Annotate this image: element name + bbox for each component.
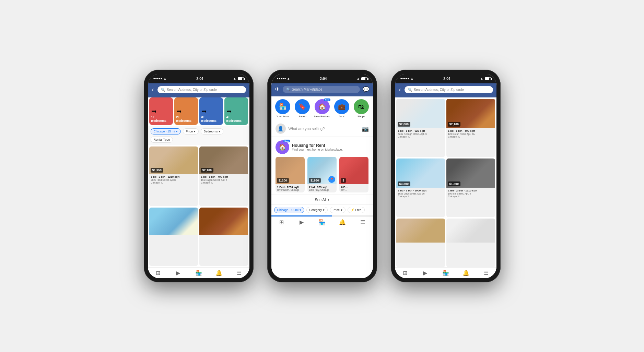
right-price-4: $1,800 <box>448 181 461 186</box>
right-listing-3[interactable]: $3,800 1 bd · 1 bth · 1000 sqft 1628 Lie… <box>396 159 445 217</box>
nav-saved[interactable]: 🔖 Saved <box>294 99 311 118</box>
nav-shops[interactable]: 🛍 Shops <box>353 99 369 118</box>
bedroom-card-4[interactable]: 🛏 4+Bedrooms <box>224 97 248 125</box>
right-img-2: $2,100 <box>446 99 495 128</box>
search-bar-right: ‹ 🔍 <box>395 83 496 97</box>
bedroom-card-2[interactable]: 🛏 2+Bedrooms <box>174 97 198 125</box>
housing-listing-loc-2: Little Italy, Chicago <box>309 189 335 191</box>
phone-left: ●●●●● ▲ 2:04 ▲ ‹ 🔍 🛏 1+Bedrooms <box>144 70 254 282</box>
housing-section: 🏠 New Housing for Rent Find your next ho… <box>271 137 373 195</box>
housing-icon: 🏠 New <box>276 140 289 154</box>
nav-menu-c[interactable]: ☰ <box>352 219 373 225</box>
listing-img-4 <box>199 208 248 235</box>
nav-video-r[interactable]: ▶ <box>415 270 435 276</box>
bottom-nav-right: ⊞ ▶ 🏪 🔔 ☰ <box>395 267 496 278</box>
back-button-right[interactable]: ‹ <box>398 85 402 94</box>
location-filter-center[interactable]: Chicago · 15 mi ▾ <box>274 207 304 213</box>
search-icon-left: 🔍 <box>161 88 165 92</box>
rental-type-filter[interactable]: Rental Type <box>151 137 173 143</box>
bedroom-card-1[interactable]: 🛏 1+Bedrooms <box>149 97 173 125</box>
shops-label: Shops <box>358 115 365 118</box>
phone-right: ●●●●● ▲ 2:04 ▲ ‹ 🔍 $2,800 <box>391 70 501 282</box>
nav-your-items[interactable]: 🏪 Your Items <box>275 99 291 118</box>
right-listing-4[interactable]: $1,800 1 Bd · 2 Bth · 1210 sqft 100 Isla… <box>446 159 495 217</box>
phone-center: ●●●●● ▲ 2:04 ▲ ✈ 🔍 Search Marketplace 💬 <box>267 70 377 282</box>
price-filter-center[interactable]: Price ▾ <box>330 207 346 213</box>
price-badge-2: $2,100 <box>201 168 214 173</box>
nav-feed-c[interactable]: ⊞ <box>271 219 292 225</box>
bedroom-grid: 🛏 1+Bedrooms 🛏 2+Bedrooms 🛏 3+Bedrooms 🛏… <box>148 97 249 126</box>
nav-notifications-c[interactable]: 🔔 <box>332 219 352 225</box>
listing-grid-left: $1,950 1 bd · 2 bth · 1210 sqft 2620 Hin… <box>148 145 249 267</box>
right-city-3: Chicago, IL <box>398 195 443 198</box>
right-listing-6[interactable] <box>446 219 495 267</box>
right-city-4: Chicago, IL <box>448 195 493 198</box>
mp-search-placeholder: Search Marketplace <box>292 87 323 91</box>
listing-addr-2: 161 Nagan Street, Apt. 4 <box>201 179 246 181</box>
nav-feed[interactable]: ⊞ <box>148 270 168 276</box>
back-button-left[interactable]: ‹ <box>151 85 155 94</box>
marketplace-search[interactable]: 🔍 Search Marketplace <box>283 86 360 93</box>
housing-img-3: $ <box>339 157 368 184</box>
see-all-row[interactable]: See All › <box>271 195 373 204</box>
housing-listing-title-3: 0 B… <box>341 186 367 189</box>
listing-img-2: $2,100 <box>199 146 248 174</box>
category-filter-center[interactable]: Category ▾ <box>306 207 328 213</box>
search-field-right[interactable] <box>414 88 490 92</box>
listing-card-2[interactable]: $2,100 1 bd · 1 bth · 400 sqft 161 Nagan… <box>199 146 248 206</box>
nav-marketplace[interactable]: 🏪 <box>188 270 209 276</box>
right-title-2: 1 bd · 1 bth · 500 sqft <box>448 129 493 132</box>
messenger-icon[interactable]: 💬 <box>363 86 370 93</box>
right-img-1: $2,800 <box>396 99 445 128</box>
nav-marketplace-c[interactable]: 🏪 <box>312 219 332 225</box>
bedrooms-filter[interactable]: Bedrooms ▾ <box>201 128 224 134</box>
housing-listing-loc-1: River North, Chicago <box>277 189 303 191</box>
housing-new-badge: New <box>283 140 290 142</box>
nav-notifications[interactable]: 🔔 <box>209 270 229 276</box>
camera-icon[interactable]: 📷 <box>362 126 369 132</box>
housing-listing-loc-3: Riv… <box>341 189 367 191</box>
listing-city-1: Chicago, IL <box>151 181 196 184</box>
new-badge: New <box>324 98 330 101</box>
right-city-1: Chicago, IL <box>398 136 443 138</box>
price-filter[interactable]: Price ▾ <box>183 128 199 134</box>
bed-label-2: 2+Bedrooms <box>176 115 196 123</box>
nav-video[interactable]: ▶ <box>168 270 188 276</box>
listing-card-3[interactable] <box>149 208 198 266</box>
nav-feed-r[interactable]: ⊞ <box>395 270 415 276</box>
nav-video-c[interactable]: ▶ <box>292 219 312 225</box>
location-filter[interactable]: Chicago · 15 mi ▾ <box>151 128 181 134</box>
nav-notifications-r[interactable]: 🔔 <box>456 270 476 276</box>
nav-marketplace-r[interactable]: 🏪 <box>435 270 456 276</box>
search-icon-right: 🔍 <box>408 88 412 92</box>
search-field-left[interactable] <box>167 88 243 92</box>
listing-city-2: Chicago, IL <box>201 181 246 184</box>
nav-menu[interactable]: ☰ <box>229 270 249 276</box>
selling-input[interactable]: What are you selling? <box>289 127 359 131</box>
rentals-label: New Rentals <box>314 115 330 118</box>
search-input-left[interactable]: 🔍 <box>157 86 246 93</box>
nav-jobs[interactable]: 💼 Jobs <box>333 99 350 118</box>
bed-icon-1: 🛏 <box>151 108 171 114</box>
housing-card-2[interactable]: $1950 📍 2 bd · 923 sqft Little Italy, Ch… <box>307 157 337 192</box>
right-listing-5[interactable] <box>396 219 445 267</box>
housing-card-3[interactable]: $ 0 B… Riv… <box>339 157 368 192</box>
nav-new-rentals[interactable]: 🏠 New New Rentals <box>314 99 330 118</box>
bedroom-card-3[interactable]: 🛏 3+Bedrooms <box>199 97 223 125</box>
right-listing-1[interactable]: $2,800 1 bd · 1 bth · 923 sqft 4242 Keou… <box>396 99 445 157</box>
housing-price-3: $ <box>341 178 346 183</box>
listing-card-4[interactable] <box>199 208 248 266</box>
your-items-icon: 🏪 <box>275 99 290 114</box>
jobs-label: Jobs <box>339 115 344 118</box>
right-listing-2[interactable]: $2,100 1 bd · 1 bth · 500 sqft 123 Doran… <box>446 99 495 157</box>
rentals-icon: 🏠 New <box>315 99 330 114</box>
listing-addr-1: 2620 Hind Street, Apt D <box>151 179 196 181</box>
housing-fav-icon[interactable]: 📍 <box>328 176 335 183</box>
listing-card-1[interactable]: $1,950 1 bd · 2 bth · 1210 sqft 2620 Hin… <box>149 146 198 206</box>
user-avatar: 👤 <box>276 124 286 134</box>
housing-img-2: $1950 📍 <box>307 157 337 184</box>
search-input-right[interactable]: 🔍 <box>405 86 493 93</box>
free-filter-center[interactable]: ⚡ Free <box>348 207 365 213</box>
housing-card-1[interactable]: $1200 1 Bed · 1250 sqft River North, Chi… <box>276 157 305 192</box>
nav-menu-r[interactable]: ☰ <box>476 270 496 276</box>
